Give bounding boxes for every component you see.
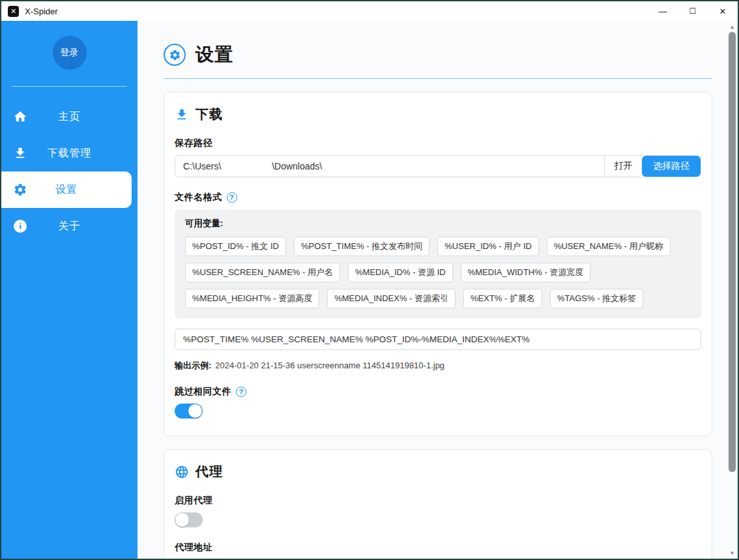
- globe-icon: [175, 465, 189, 479]
- save-path-group: 打开 选择路径: [175, 155, 701, 177]
- scroll-down-icon[interactable]: ▼: [727, 548, 738, 558]
- variable-chip: %EXT% - 扩展名: [463, 289, 542, 308]
- filename-format-input[interactable]: [175, 329, 701, 350]
- login-avatar-button[interactable]: 登录: [53, 36, 87, 70]
- window-title: X-Spider: [25, 7, 648, 16]
- download-section-icon: [175, 108, 189, 122]
- skip-same-label: 跳过相同文件: [175, 386, 231, 398]
- sidebar-item-about[interactable]: i 关于: [1, 208, 138, 244]
- info-icon: i: [12, 218, 28, 234]
- minimize-button[interactable]: —: [648, 1, 678, 21]
- variables-label: 可用变量:: [185, 218, 691, 229]
- download-icon: [12, 145, 28, 161]
- maximize-button[interactable]: ☐: [678, 1, 708, 21]
- proxy-section-header: 代理: [175, 463, 701, 480]
- gear-icon: [12, 182, 28, 198]
- variable-chip: %POST_ID% - 推文 ID: [185, 237, 286, 256]
- variable-chip: %MEDIA_ID% - 资源 ID: [348, 263, 453, 282]
- page-header: 设置: [164, 42, 712, 67]
- save-path-label: 保存路径: [175, 138, 701, 149]
- toggle-knob: [188, 404, 202, 418]
- choose-path-button[interactable]: 选择路径: [642, 156, 701, 177]
- sidebar-item-home[interactable]: 主页: [1, 98, 138, 135]
- settings-page: 设置 下载 保存路径 打开 选择路径 文件名格式 ? 可用变量: %POST_I…: [138, 21, 727, 559]
- sidebar-item-downloads[interactable]: 下载管理: [1, 135, 138, 171]
- variable-chip: %POST_TIME% - 推文发布时间: [294, 237, 429, 256]
- page-title: 设置: [196, 42, 233, 67]
- proxy-address-label: 代理地址: [175, 542, 701, 553]
- output-example: 输出示例:2024-01-20 21-15-36 userscreenname …: [175, 360, 701, 372]
- sidebar: 登录 主页 下载管理 设置: [1, 21, 138, 559]
- app-logo-icon: ✕: [8, 6, 19, 17]
- x-spider-window: { "window": { "title": "X-Spider", "cont…: [0, 0, 739, 560]
- variables-panel: 可用变量: %POST_ID% - 推文 ID%POST_TIME% - 推文发…: [175, 209, 701, 319]
- enable-proxy-label: 启用代理: [175, 495, 701, 507]
- scroll-up-icon[interactable]: ▲: [727, 22, 738, 32]
- filename-format-label: 文件名格式: [175, 192, 222, 203]
- title-bar: ✕ X-Spider — ☐ ✕: [1, 1, 738, 21]
- variable-chip: %USER_ID% - 用户 ID: [437, 237, 539, 256]
- variable-chip: %MEDIA_WIDTH% - 资源宽度: [461, 263, 591, 282]
- open-folder-button[interactable]: 打开: [604, 156, 642, 177]
- toggle-knob: [175, 513, 189, 527]
- close-button[interactable]: ✕: [708, 1, 738, 21]
- filename-format-help-icon[interactable]: ?: [227, 192, 237, 203]
- variable-chip: %MEDIA_INDEX% - 资源索引: [327, 289, 456, 308]
- sidebar-nav: 主页 下载管理 设置 i 关于: [1, 98, 138, 244]
- variable-chip: %TAGS% - 推文标签: [550, 289, 643, 308]
- output-example-label: 输出示例:: [175, 361, 211, 370]
- header-divider: [164, 78, 712, 79]
- enable-proxy-toggle[interactable]: [175, 512, 203, 527]
- proxy-settings-card: 代理 启用代理 代理地址: [164, 449, 712, 559]
- skip-same-help-icon[interactable]: ?: [236, 387, 246, 397]
- variable-chip: %USER_NAME% - 用户昵称: [547, 237, 671, 256]
- variable-chip: %MEDIA_HEIGHT% - 资源高度: [185, 289, 319, 308]
- proxy-section-title: 代理: [196, 463, 223, 480]
- variables-list: %POST_ID% - 推文 ID%POST_TIME% - 推文发布时间%US…: [185, 237, 691, 308]
- variable-chip: %USER_SCREEN_NAME% - 用户名: [185, 263, 340, 282]
- settings-gear-icon: [164, 44, 186, 66]
- download-section-title: 下载: [196, 106, 223, 123]
- scrollbar-thumb[interactable]: [729, 32, 736, 472]
- output-example-value: 2024-01-20 21-15-36 userscreenname 11451…: [215, 361, 444, 370]
- vertical-scrollbar: ▲ ▼: [727, 21, 738, 559]
- sidebar-item-settings[interactable]: 设置: [1, 171, 132, 208]
- download-section-header: 下载: [175, 106, 701, 123]
- home-icon: [12, 109, 28, 125]
- skip-same-toggle[interactable]: [175, 404, 203, 419]
- download-settings-card: 下载 保存路径 打开 选择路径 文件名格式 ? 可用变量: %POST_ID% …: [164, 92, 712, 436]
- save-path-input[interactable]: [175, 156, 604, 177]
- sidebar-divider: [12, 86, 127, 87]
